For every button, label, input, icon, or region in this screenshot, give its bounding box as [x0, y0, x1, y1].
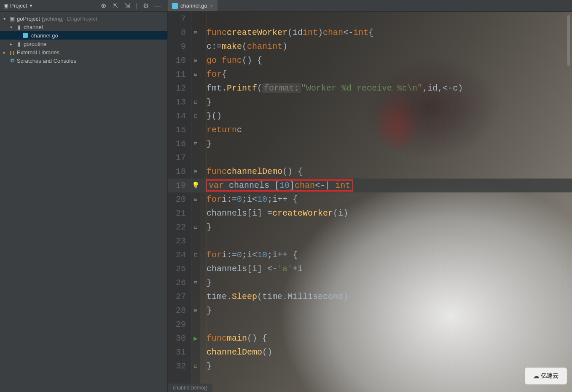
code-line[interactable]: fmt.Printf( format: "Worker %d receive %… [200, 81, 572, 95]
scrollbar-thumb[interactable] [567, 15, 570, 66]
code-line[interactable]: } [200, 359, 572, 373]
fold-icon[interactable]: ⊟ [194, 168, 197, 175]
gutter-marker[interactable]: ⊟ [191, 304, 200, 317]
code-line[interactable]: for i := 0; i < 10; i++ { [200, 248, 572, 262]
chevron-down-icon[interactable]: ▾ [3, 16, 8, 21]
code-line[interactable]: func createWorker(id int) chan<- int { [200, 26, 572, 40]
fold-icon[interactable]: ⊟ [194, 140, 197, 147]
line-number[interactable]: 14 [168, 109, 191, 123]
gutter-marker[interactable]: ⊟ [191, 137, 200, 151]
line-number[interactable]: 9 [168, 40, 191, 53]
line-number[interactable]: 20 [168, 192, 191, 206]
line-number[interactable]: 29 [168, 317, 191, 331]
fold-icon[interactable]: ⊟ [194, 224, 197, 231]
vertical-scrollbar[interactable] [567, 12, 571, 392]
code-line[interactable]: time.Sleep(time.Millisecond) [200, 290, 572, 304]
line-number[interactable]: 17 [168, 151, 191, 165]
line-number[interactable]: 7 [168, 12, 191, 26]
project-tool-button[interactable]: ▣ Project ▼ [3, 3, 33, 9]
gutter-marker[interactable]: ⊟ [191, 165, 200, 179]
line-number[interactable]: 24 [168, 248, 191, 262]
code-line[interactable]: } [200, 276, 572, 290]
line-number-gutter[interactable]: 7891011121314151617181920212223242526272… [168, 12, 191, 392]
code-line[interactable]: return c [200, 123, 572, 137]
chevron-down-icon[interactable]: ▾ [10, 25, 14, 29]
code-line[interactable] [200, 234, 572, 248]
settings-icon[interactable]: ⚙ [142, 3, 149, 9]
line-number[interactable]: 22 [168, 220, 191, 234]
collapse-all-icon[interactable]: ⇱ [112, 3, 119, 9]
tree-external-libraries[interactable]: ▸ ⫿⫿ External Libraries [0, 48, 167, 56]
locate-icon[interactable]: ⊕ [100, 3, 107, 9]
code-line[interactable] [200, 317, 572, 331]
gutter-marker[interactable]: ⊟ [191, 53, 200, 67]
gutter-marker[interactable]: ⊟ [191, 192, 200, 206]
code-line[interactable] [200, 12, 572, 26]
line-number[interactable]: 27 [168, 290, 191, 304]
code-line[interactable]: } [200, 304, 572, 317]
line-number[interactable]: 15 [168, 123, 191, 137]
run-icon[interactable]: ▶ [193, 334, 198, 343]
code-line[interactable]: }() [200, 109, 572, 123]
fold-icon[interactable]: ⊟ [194, 29, 197, 36]
line-number[interactable]: 32 [168, 359, 191, 373]
line-number[interactable]: 28 [168, 304, 191, 317]
gutter-marker[interactable]: ⊟ [191, 220, 200, 234]
line-number[interactable]: 10 [168, 53, 191, 67]
line-number[interactable]: 19 [168, 179, 191, 192]
line-number[interactable]: 21 [168, 206, 191, 220]
fold-icon[interactable]: ⊟ [194, 251, 197, 259]
fold-icon[interactable]: ⊟ [194, 307, 197, 314]
gutter-marker[interactable]: 💡 [191, 179, 200, 192]
close-tab-icon[interactable]: × [210, 3, 213, 9]
line-number[interactable]: 23 [168, 234, 191, 248]
gutter-marker[interactable]: ⊟ [191, 109, 200, 123]
tree-row-channel-go[interactable]: channel.go [0, 31, 167, 40]
gutter-marker[interactable]: ⊟ [191, 359, 200, 373]
code-line[interactable]: channelDemo() [200, 345, 572, 359]
line-number[interactable]: 13 [168, 95, 191, 109]
breadcrumb-bar[interactable]: channelDemo() [168, 384, 212, 392]
chevron-right-icon[interactable]: ▸ [10, 42, 14, 46]
fold-icon[interactable]: ⊟ [194, 57, 197, 64]
line-number[interactable]: 26 [168, 276, 191, 290]
code-line[interactable]: for i := 0; i < 10; i++ { [200, 192, 572, 206]
expand-all-icon[interactable]: ⇲ [124, 3, 131, 9]
code-line[interactable]: var channels [10]chan<-| int [200, 179, 572, 192]
tree-row-goroutine[interactable]: ▸ ▮ goroutine [0, 40, 167, 48]
line-number[interactable]: 30 [168, 331, 191, 345]
line-number[interactable]: 31 [168, 345, 191, 359]
code-line[interactable]: func channelDemo() { [200, 165, 572, 179]
line-number[interactable]: 8 [168, 26, 191, 40]
code-editor[interactable]: 7891011121314151617181920212223242526272… [168, 12, 572, 392]
tree-root[interactable]: ▾ ▣ goProject [yicheng] D:\goProject [0, 14, 167, 23]
fold-icon[interactable]: ⊟ [194, 279, 197, 286]
gutter-marker[interactable]: ⊟ [191, 276, 200, 290]
gutter-marker[interactable]: ▶ [191, 331, 200, 345]
tree-row-channel[interactable]: ▾ ▮ channel [0, 23, 167, 31]
fold-icon[interactable]: ⊟ [194, 363, 197, 370]
code-area[interactable]: func createWorker(id int) chan<- int { c… [200, 12, 572, 392]
line-number[interactable]: 16 [168, 137, 191, 151]
fold-icon[interactable]: ⊟ [194, 99, 197, 106]
fold-icon[interactable]: ⊟ [194, 112, 197, 120]
tab-channel-go[interactable]: channel.go × [168, 0, 218, 11]
gutter-marker[interactable]: ⊟ [191, 95, 200, 109]
gutter-marker[interactable]: ⊟ [191, 67, 200, 81]
fold-icon[interactable]: ⊟ [194, 196, 197, 203]
line-number[interactable]: 25 [168, 262, 191, 276]
code-line[interactable]: func main() { [200, 331, 572, 345]
code-line[interactable]: } [200, 137, 572, 151]
fold-marker-gutter[interactable]: ⊟⊟⊟⊟⊟⊟⊟💡⊟⊟⊟⊟⊟▶⊟ [191, 12, 200, 392]
code-line[interactable]: channels[i] = createWorker(i) [200, 206, 572, 220]
code-line[interactable]: } [200, 95, 572, 109]
line-number[interactable]: 12 [168, 81, 191, 95]
fold-icon[interactable]: ⊟ [194, 71, 197, 78]
gutter-marker[interactable]: ⊟ [191, 26, 200, 40]
hide-icon[interactable]: — [154, 3, 161, 9]
code-line[interactable] [200, 151, 572, 165]
line-number[interactable]: 11 [168, 67, 191, 81]
line-number[interactable]: 18 [168, 165, 191, 179]
gutter-marker[interactable]: ⊟ [191, 248, 200, 262]
code-line[interactable]: go func() { [200, 53, 572, 67]
